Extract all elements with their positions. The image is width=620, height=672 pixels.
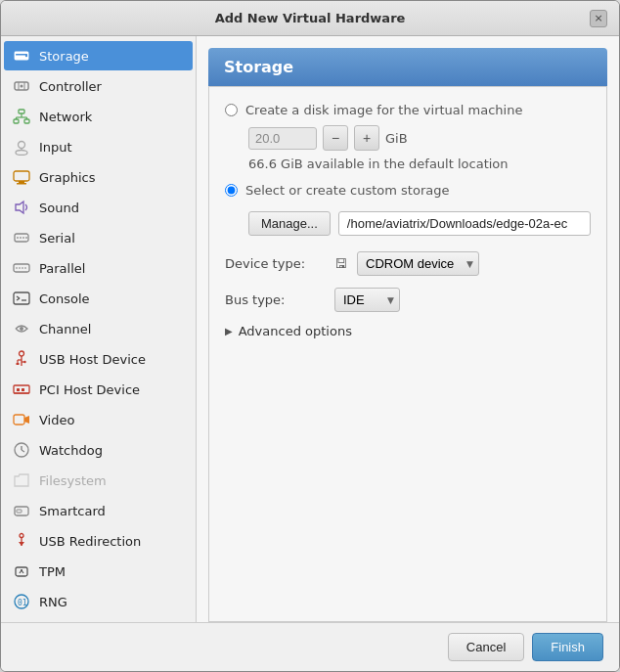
svg-rect-45 — [22, 388, 24, 391]
svg-rect-56 — [16, 567, 27, 576]
sidebar-item-console[interactable]: Console — [4, 284, 193, 313]
sidebar-label-usb-host: USB Host Device — [39, 352, 146, 367]
sidebar-item-serial[interactable]: Serial — [4, 223, 193, 252]
svg-line-33 — [17, 298, 20, 300]
disk-size-increase-button[interactable]: + — [354, 125, 379, 151]
serial-icon — [12, 228, 31, 247]
manage-button[interactable]: Manage... — [248, 211, 331, 236]
device-type-select-wrapper: 🖫 Disk device CDROM device Floppy device — [334, 251, 479, 276]
smartcard-icon — [12, 501, 31, 520]
sidebar-item-video[interactable]: Video — [4, 405, 193, 434]
sidebar-label-filesystem: Filesystem — [39, 473, 107, 488]
svg-rect-44 — [17, 388, 20, 391]
main-panel: Storage Create a disk image for the virt… — [197, 36, 619, 622]
svg-marker-48 — [24, 416, 29, 424]
disk-size-input[interactable] — [248, 127, 317, 150]
svg-point-57 — [21, 569, 22, 571]
sidebar-label-sound: Sound — [39, 201, 79, 215]
sidebar-label-input: Input — [39, 140, 72, 155]
sidebar-item-tpm[interactable]: TPM — [4, 557, 193, 586]
disk-unit-label: GiB — [385, 131, 408, 146]
custom-storage-label[interactable]: Select or create custom storage — [245, 183, 449, 198]
device-type-row: Device type: 🖫 Disk device CDROM device … — [225, 251, 591, 276]
content-area: Storage Controller — [1, 36, 619, 622]
sidebar-item-usb-redir[interactable]: USB Redirection — [4, 526, 193, 556]
graphics-icon — [12, 167, 31, 187]
manage-row: Manage... — [248, 211, 591, 236]
finish-button[interactable]: Finish — [532, 633, 603, 661]
sidebar-item-watchdog[interactable]: Watchdog — [4, 435, 193, 465]
watchdog-icon — [12, 440, 31, 460]
filesystem-icon — [12, 470, 31, 490]
close-button[interactable]: × — [590, 10, 607, 27]
device-type-select[interactable]: Disk device CDROM device Floppy device — [357, 251, 479, 276]
sidebar-label-rng: RNG — [39, 595, 67, 609]
svg-rect-31 — [14, 292, 29, 304]
panel-header: Storage — [208, 48, 607, 86]
sidebar-item-storage[interactable]: Storage — [4, 41, 193, 70]
cancel-button[interactable]: Cancel — [448, 633, 524, 661]
sidebar-item-filesystem[interactable]: Filesystem — [4, 466, 193, 495]
svg-point-35 — [20, 327, 23, 331]
sidebar: Storage Controller — [1, 36, 197, 622]
svg-point-15 — [16, 151, 27, 156]
svg-marker-20 — [16, 202, 23, 213]
advanced-arrow-icon: ▶ — [225, 326, 233, 336]
svg-rect-26 — [14, 264, 29, 272]
rng-icon: 01 — [12, 592, 31, 611]
bus-type-select[interactable]: IDE SATA SCSI USB VirtIO — [334, 288, 400, 312]
sidebar-item-network[interactable]: Network — [4, 102, 193, 131]
svg-text:01: 01 — [18, 599, 27, 607]
sidebar-item-rng[interactable]: 01 RNG — [4, 587, 193, 616]
disk-size-decrease-button[interactable]: − — [323, 125, 348, 151]
svg-point-2 — [25, 55, 27, 57]
sidebar-label-video: Video — [39, 413, 74, 427]
sidebar-item-controller[interactable]: Controller — [4, 71, 193, 101]
advanced-options-row[interactable]: ▶ Advanced options — [225, 324, 591, 338]
sidebar-label-channel: Channel — [39, 322, 91, 336]
sidebar-item-graphics[interactable]: Graphics — [4, 162, 193, 192]
svg-point-36 — [20, 351, 24, 356]
sidebar-item-smartcard[interactable]: Smartcard — [4, 496, 193, 525]
sidebar-item-sound[interactable]: Sound — [4, 193, 193, 222]
custom-storage-row: Select or create custom storage — [225, 183, 591, 198]
channel-icon — [12, 319, 31, 338]
sidebar-label-pci: PCI Host Device — [39, 382, 140, 397]
svg-rect-7 — [19, 110, 24, 113]
pci-icon — [12, 380, 31, 399]
device-type-label: Device type: — [225, 256, 323, 271]
svg-point-54 — [20, 534, 23, 538]
sidebar-item-parallel[interactable]: Parallel — [4, 253, 193, 283]
console-icon — [12, 289, 31, 308]
sidebar-item-usb-host[interactable]: USB Host Device — [4, 344, 193, 374]
bus-type-select-container: IDE SATA SCSI USB VirtIO — [334, 288, 400, 312]
path-field[interactable] — [338, 211, 591, 236]
custom-storage-radio[interactable] — [225, 184, 238, 197]
sidebar-item-pci[interactable]: PCI Host Device — [4, 375, 193, 404]
network-icon — [12, 107, 31, 126]
sidebar-label-console: Console — [39, 291, 90, 306]
sidebar-label-graphics: Graphics — [39, 170, 95, 185]
sidebar-label-controller: Controller — [39, 79, 102, 94]
svg-point-14 — [19, 142, 25, 149]
parallel-icon — [12, 258, 31, 278]
available-text: 66.6 GiB available in the default locati… — [248, 157, 591, 171]
sidebar-item-input[interactable]: Input — [4, 132, 193, 161]
disk-image-radio[interactable] — [225, 104, 238, 116]
sidebar-item-channel[interactable]: Channel — [4, 314, 193, 343]
svg-rect-8 — [14, 119, 19, 123]
sidebar-label-smartcard: Smartcard — [39, 504, 106, 518]
svg-rect-53 — [17, 510, 22, 513]
bus-type-row: Bus type: IDE SATA SCSI USB VirtIO — [225, 288, 591, 312]
svg-rect-18 — [19, 181, 24, 183]
disk-image-label[interactable]: Create a disk image for the virtual mach… — [245, 103, 522, 117]
svg-point-42 — [23, 361, 25, 363]
sidebar-label-tpm: TPM — [39, 564, 66, 579]
input-icon — [12, 137, 31, 157]
svg-rect-40 — [17, 363, 20, 365]
tpm-icon — [12, 561, 31, 581]
svg-rect-17 — [14, 171, 29, 181]
disk-image-row: Create a disk image for the virtual mach… — [225, 103, 591, 117]
device-type-select-container: Disk device CDROM device Floppy device — [357, 251, 479, 276]
storage-icon — [12, 46, 31, 66]
